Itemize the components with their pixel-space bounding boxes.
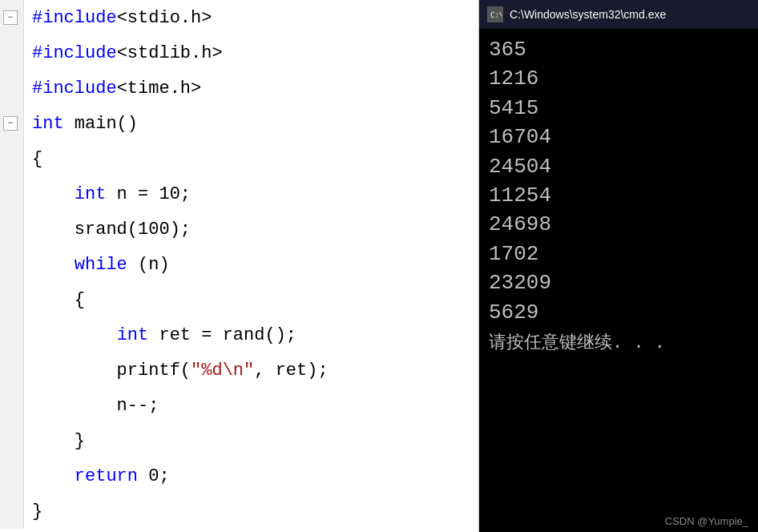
line-content-10: int ret = rand(); (24, 317, 478, 353)
cmd-output-area: 365 1216 5415 16704 24504 11254 24698 17… (479, 29, 758, 510)
printf-call: printf( (32, 361, 191, 381)
code-line-13: } (0, 423, 478, 458)
cmd-output-line-6: 11254 (489, 181, 748, 210)
cmd-panel: C:\ C:\Windows\system32\cmd.exe 365 1216… (479, 0, 758, 532)
code-line-2: #include<stdlib.h> (0, 35, 478, 71)
return-val: 0; (138, 466, 170, 486)
cmd-output-line-10: 5629 (489, 298, 748, 327)
indent-3 (32, 325, 117, 345)
include-path-3: <time.h> (117, 79, 202, 99)
indent-1 (32, 184, 75, 204)
printf-args: , ret); (254, 361, 328, 381)
main-func: main() (64, 114, 138, 134)
gutter-9 (0, 282, 24, 317)
gutter-14 (0, 458, 24, 494)
line-content-7: srand(100); (24, 212, 478, 247)
cmd-title: C:\Windows\system32\cmd.exe (510, 8, 666, 21)
keyword-include: #include (32, 8, 117, 28)
code-line-10: int ret = rand(); (0, 317, 478, 353)
keyword-include2: #include (32, 43, 117, 63)
cmd-prompt-text: 请按任意键继续. . . (489, 330, 748, 354)
cmd-output-line-5: 24504 (489, 152, 748, 181)
code-line-1: − #include<stdio.h> (0, 0, 478, 35)
svg-text:C:\: C:\ (490, 11, 502, 19)
line-content-3: #include<time.h> (24, 71, 478, 106)
gutter-15 (0, 494, 24, 529)
include-path-2: <stdlib.h> (117, 43, 223, 63)
gutter-3 (0, 71, 24, 106)
indent-2 (32, 255, 75, 275)
cmd-output-line-3: 5415 (489, 94, 748, 123)
gutter-4[interactable]: − (0, 106, 24, 141)
line-content-11: printf("%d\n", ret); (24, 353, 478, 388)
while-cond: (n) (127, 255, 170, 275)
cmd-titlebar: C:\ C:\Windows\system32\cmd.exe (479, 0, 758, 29)
line-content-8: while (n) (24, 247, 478, 282)
brace-open: { (32, 149, 42, 169)
line-content-6: int n = 10; (24, 176, 478, 212)
cmd-footer: CSDN @Yumpie_ (479, 510, 758, 532)
gutter-12 (0, 388, 24, 423)
gutter-11 (0, 353, 24, 388)
collapse-button-1[interactable]: − (3, 10, 18, 25)
cmd-output-line-2: 1216 (489, 64, 748, 93)
code-line-14: return 0; (0, 458, 478, 494)
cmd-icon: C:\ (487, 6, 503, 22)
line-content-2: #include<stdlib.h> (24, 35, 478, 71)
cmd-output-line-1: 365 (489, 35, 748, 64)
collapse-button-4[interactable]: − (3, 116, 18, 131)
gutter-8 (0, 247, 24, 282)
keyword-int-n: int (75, 184, 107, 204)
code-line-9: { (0, 282, 478, 317)
gutter-10 (0, 317, 24, 353)
terminal-icon: C:\ (489, 8, 502, 21)
cmd-output-line-4: 16704 (489, 123, 748, 151)
line-content-12: n--; (24, 388, 478, 423)
cmd-output-line-8: 1702 (489, 240, 748, 268)
keyword-while: while (75, 255, 127, 275)
indent-4 (32, 466, 75, 486)
code-line-5: { (0, 141, 478, 176)
n-decrement: n--; (32, 396, 159, 416)
code-line-4: − int main() (0, 106, 478, 141)
gutter-7 (0, 212, 24, 247)
include-path-1: <stdio.h> (117, 8, 212, 28)
code-line-3: #include<time.h> (0, 71, 478, 106)
csdn-watermark: CSDN @Yumpie_ (665, 515, 748, 527)
editor-panel: − #include<stdio.h> #include<stdlib.h> #… (0, 0, 479, 532)
ret-decl: ret = rand(); (148, 325, 296, 345)
while-brace-close: } (32, 431, 85, 451)
line-content-4: int main() (24, 106, 478, 141)
line-content-9: { (24, 282, 478, 317)
cmd-output-line-7: 24698 (489, 210, 748, 239)
code-lines-container: − #include<stdio.h> #include<stdlib.h> #… (0, 0, 478, 532)
code-line-12: n--; (0, 388, 478, 423)
code-line-6: int n = 10; (0, 176, 478, 212)
gutter-6 (0, 176, 24, 212)
code-line-11: printf("%d\n", ret); (0, 353, 478, 388)
cmd-output-line-9: 23209 (489, 268, 748, 297)
while-brace-open: { (32, 290, 85, 310)
keyword-int-main: int (32, 114, 64, 134)
gutter-5 (0, 141, 24, 176)
line-content-13: } (24, 423, 478, 458)
printf-format-str: "%d\n" (191, 361, 254, 381)
n-decl: n = 10; (106, 184, 191, 204)
line-content-1: #include<stdio.h> (24, 0, 478, 35)
code-line-8: while (n) (0, 247, 478, 282)
code-line-15: } (0, 494, 478, 529)
line-content-5: { (24, 141, 478, 176)
line-content-14: return 0; (24, 458, 478, 494)
keyword-return: return (75, 466, 138, 486)
line-content-15: } (24, 494, 478, 529)
main-brace-close: } (32, 502, 42, 522)
code-line-7: srand(100); (0, 212, 478, 247)
gutter-2 (0, 35, 24, 71)
keyword-include3: #include (32, 79, 117, 99)
keyword-int-ret: int (117, 325, 149, 345)
srand-call: srand(100); (32, 220, 191, 240)
gutter-1[interactable]: − (0, 0, 24, 35)
gutter-13 (0, 423, 24, 458)
